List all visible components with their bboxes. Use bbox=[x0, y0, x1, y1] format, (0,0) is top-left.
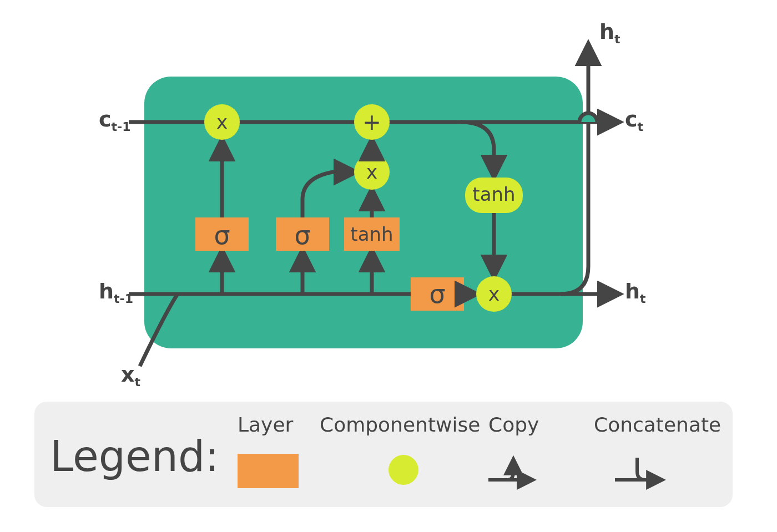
diagram-canvas: σ σ tanh x x + tanh σ bbox=[0, 0, 777, 532]
gate-sigma2-label: σ bbox=[294, 220, 310, 250]
legend-header-concat: Concatenate bbox=[594, 413, 721, 436]
legend-icon-concatenate bbox=[609, 449, 676, 494]
label-h-prev: ht-1 bbox=[99, 279, 133, 306]
op-mult3-label: x bbox=[488, 283, 500, 305]
legend-icon-copy bbox=[483, 449, 549, 494]
legend-header-layer: Layer bbox=[238, 413, 293, 436]
gate-sigma1-label: σ bbox=[214, 220, 230, 250]
lstm-cell-svg: σ σ tanh x x + tanh σ bbox=[0, 0, 777, 399]
label-x-in: xt bbox=[121, 362, 141, 389]
line-crossover bbox=[579, 113, 597, 122]
gate-tanh-in-label: tanh bbox=[350, 223, 393, 245]
legend-title: Legend: bbox=[50, 432, 219, 481]
op-mult2-label: x bbox=[366, 161, 377, 183]
legend-header-componentwise: Componentwise bbox=[320, 413, 480, 436]
op-tanh-out-label: tanh bbox=[472, 183, 515, 205]
label-c-out: ct bbox=[625, 107, 644, 134]
op-mult1-label: x bbox=[216, 111, 228, 133]
op-add-label: + bbox=[362, 109, 381, 135]
label-h-top: ht bbox=[599, 19, 620, 46]
legend-swatch-layer bbox=[238, 454, 299, 488]
gate-sigma3-label: σ bbox=[429, 279, 445, 309]
label-h-out: ht bbox=[625, 279, 646, 306]
legend-header-copy: Copy bbox=[488, 413, 539, 436]
legend-swatch-componentwise bbox=[389, 455, 418, 485]
label-c-prev: ct-1 bbox=[99, 107, 131, 134]
